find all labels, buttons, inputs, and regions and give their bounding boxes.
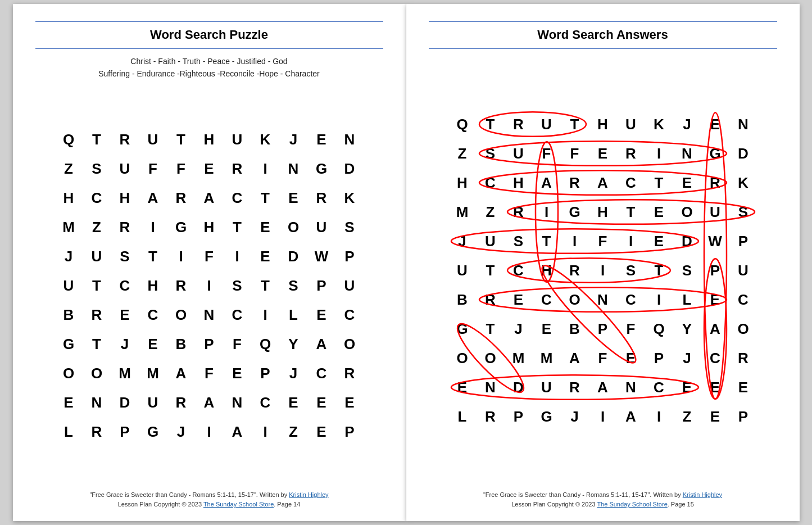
cell: A: [533, 168, 561, 197]
cell: U: [223, 125, 251, 154]
cell: K: [251, 125, 279, 154]
cell: T: [139, 242, 167, 271]
cell: M: [448, 197, 477, 227]
cell: B: [55, 300, 83, 329]
cell: F: [589, 227, 617, 256]
cell: M: [111, 359, 139, 388]
cell: O: [167, 300, 195, 329]
cell: E: [307, 417, 335, 446]
cell: R: [307, 183, 335, 212]
cell: E: [279, 183, 307, 212]
cell: G: [701, 139, 729, 168]
cell: F: [617, 314, 645, 343]
cell: S: [617, 256, 645, 285]
cell: E: [673, 373, 701, 402]
cell: T: [477, 256, 505, 285]
cell: I: [139, 212, 167, 242]
cell: I: [589, 256, 617, 285]
cell: C: [701, 343, 729, 373]
cell: R: [561, 256, 589, 285]
cell: M: [533, 343, 561, 373]
cell: T: [477, 110, 505, 139]
cell: D: [505, 373, 533, 402]
cell: U: [139, 388, 167, 417]
cell: O: [448, 343, 477, 373]
cell: G: [533, 402, 561, 431]
cell: R: [223, 154, 251, 183]
cell: P: [729, 227, 757, 256]
cell: A: [223, 417, 251, 446]
left-footer-line1: "Free Grace is Sweeter than Candy - Roma…: [89, 491, 289, 498]
cell: E: [533, 314, 561, 343]
cell: R: [111, 125, 139, 154]
cell: R: [561, 373, 589, 402]
cell: A: [589, 168, 617, 197]
cell: T: [645, 256, 673, 285]
cell: J: [111, 329, 139, 359]
cell: J: [55, 242, 83, 271]
cell: E: [223, 359, 251, 388]
left-footer-link1[interactable]: Kristin Highley: [289, 491, 328, 498]
left-footer-line2: Lesson Plan Copyright © 2023: [118, 501, 203, 508]
cell: I: [223, 242, 251, 271]
cell: J: [448, 227, 477, 256]
cell: M: [139, 359, 167, 388]
cell: E: [279, 388, 307, 417]
cell: N: [477, 373, 505, 402]
cell: U: [55, 271, 83, 300]
cell: M: [505, 343, 533, 373]
cell: E: [701, 285, 729, 314]
cell: T: [83, 271, 111, 300]
cell: H: [55, 183, 83, 212]
cell: K: [729, 168, 757, 197]
cell: C: [223, 300, 251, 329]
cell: S: [83, 154, 111, 183]
cell: H: [505, 168, 533, 197]
cell: P: [251, 359, 279, 388]
cell: Z: [448, 139, 477, 168]
cell: Q: [645, 314, 673, 343]
cell: U: [139, 125, 167, 154]
cell: E: [251, 242, 279, 271]
left-footer-link2[interactable]: The Sunday School Store: [203, 501, 274, 508]
cell: U: [533, 373, 561, 402]
left-page-title: Word Search Puzzle: [35, 28, 383, 42]
cell: T: [561, 110, 589, 139]
right-footer-line2: Lesson Plan Copyright © 2023: [511, 501, 597, 508]
right-footer-line2-end: . Page 15: [668, 501, 694, 508]
puzzle-grid: QTRUTHUKJENZSUFFERINGDHCHARACTERKMZRIGHT…: [55, 125, 364, 446]
cell: S: [279, 271, 307, 300]
cell: R: [505, 197, 533, 227]
cell: O: [335, 329, 364, 359]
cell: S: [673, 256, 701, 285]
cell: L: [279, 300, 307, 329]
cell: N: [223, 388, 251, 417]
cell: G: [448, 314, 477, 343]
cell: J: [673, 110, 701, 139]
cell: O: [477, 343, 505, 373]
word-list-1: Christ - Faith - Truth - Peace - Justifi…: [35, 57, 383, 66]
cell: R: [167, 183, 195, 212]
cell: Z: [477, 197, 505, 227]
right-footer-line1: "Free Grace is Sweeter than Candy - Roma…: [483, 491, 683, 498]
cell: A: [589, 373, 617, 402]
cell: S: [505, 227, 533, 256]
right-footer-link2[interactable]: The Sunday School Store: [597, 501, 667, 508]
cell: G: [167, 212, 195, 242]
right-footer-link1[interactable]: Kristin Highley: [683, 491, 722, 498]
cell: I: [533, 197, 561, 227]
cell: R: [335, 359, 364, 388]
word-list-2: Suffering - Endurance -Righteous -Reconc…: [35, 69, 383, 78]
cell: F: [195, 359, 223, 388]
cell: P: [335, 417, 364, 446]
cell: U: [617, 110, 645, 139]
cell: R: [561, 168, 589, 197]
cell: N: [83, 388, 111, 417]
cell: E: [335, 388, 364, 417]
cell: H: [448, 168, 477, 197]
cell: E: [645, 227, 673, 256]
cell: C: [335, 300, 364, 329]
top-line-left: [35, 21, 383, 22]
cell: T: [251, 271, 279, 300]
cell: Q: [55, 125, 83, 154]
